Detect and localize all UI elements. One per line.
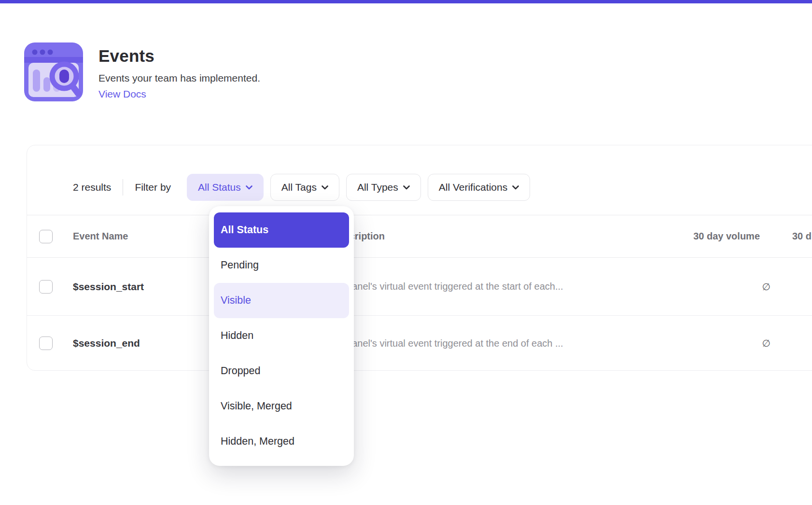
status-filter-label: All Status [198,182,241,193]
types-filter-button[interactable]: All Types [346,174,421,201]
column-header-description[interactable]: Description [332,215,609,257]
row-checkbox[interactable] [39,337,53,350]
dropdown-item-hidden[interactable]: Hidden [214,318,349,353]
page-title: Events [98,46,260,66]
tags-filter-label: All Tags [281,182,317,193]
tags-filter-button[interactable]: All Tags [270,174,339,201]
dropdown-item-all-status[interactable]: All Status [214,212,349,248]
column-header-30-day-volume[interactable]: 30 day volume [609,215,770,257]
table-row[interactable]: $session_start Mixpanel's virtual event … [27,258,812,315]
divider [123,179,123,196]
dropdown-item-dropped[interactable]: Dropped [214,353,349,389]
dropdown-item-pending[interactable]: Pending [214,248,349,283]
chevron-down-icon [403,185,410,190]
types-filter-label: All Types [357,182,398,193]
dropdown-item-hidden-merged[interactable]: Hidden, Merged [214,424,349,459]
event-description-cell: Mixpanel's virtual event triggered at th… [332,258,609,315]
select-all-checkbox[interactable] [39,230,53,243]
status-filter-button[interactable]: All Status [187,174,264,201]
row-checkbox[interactable] [39,280,53,294]
events-browser-chart-icon [24,42,83,101]
results-count: 2 results [73,182,111,193]
top-accent-bar [0,0,812,3]
chevron-down-icon [246,185,252,190]
table-row[interactable]: $session_end Mixpanel's virtual event tr… [27,315,812,371]
event-description-cell: Mixpanel's virtual event triggered at th… [332,316,609,371]
view-docs-link[interactable]: View Docs [98,88,260,100]
chevron-down-icon [512,185,519,190]
page-header: Events Events your team has implemented.… [24,42,260,101]
table-header-row: Event Name Description 30 day volume 30 … [27,215,812,258]
filter-by-label: Filter by [135,182,171,193]
dropdown-item-visible[interactable]: Visible [214,283,349,318]
dropdown-item-visible-merged[interactable]: Visible, Merged [214,389,349,424]
filter-bar: 2 results Filter by All Status All Tags … [27,145,812,215]
chevron-down-icon [322,185,328,190]
volume-cell: ∅ [609,258,770,315]
verifications-filter-label: All Verifications [439,182,507,193]
volume-cell: ∅ [609,316,770,371]
status-filter-dropdown: All Status Pending Visible Hidden Droppe… [209,206,354,466]
page-subtitle: Events your team has implemented. [98,72,260,84]
events-table-card: 2 results Filter by All Status All Tags … [27,145,812,371]
column-header-30-day-volume-truncated[interactable]: 30 d [770,215,812,257]
verifications-filter-button[interactable]: All Verifications [428,174,530,201]
